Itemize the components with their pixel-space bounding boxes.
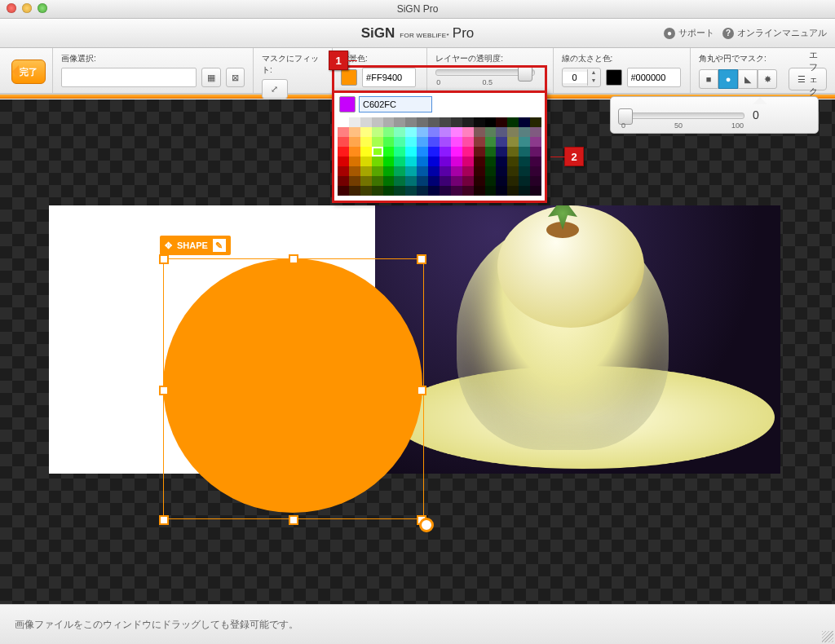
color-swatch[interactable] (485, 166, 497, 176)
color-swatch[interactable] (428, 127, 440, 137)
handle-n[interactable] (289, 254, 298, 264)
color-swatch[interactable] (417, 117, 428, 127)
color-swatch[interactable] (372, 176, 383, 186)
color-swatch[interactable] (507, 117, 519, 127)
picker-hex-input[interactable] (359, 96, 432, 112)
color-swatch[interactable] (462, 137, 474, 147)
color-swatch[interactable] (519, 157, 530, 166)
color-swatch[interactable] (405, 176, 417, 186)
color-swatch[interactable] (428, 137, 440, 147)
color-swatch[interactable] (405, 166, 417, 176)
color-swatch[interactable] (496, 137, 507, 147)
color-swatch[interactable] (530, 176, 541, 186)
color-swatch[interactable] (519, 166, 530, 176)
color-swatch[interactable] (451, 176, 462, 186)
color-swatch[interactable] (338, 127, 349, 137)
manual-link[interactable]: ? オンラインマニュアル (722, 27, 827, 39)
color-swatch[interactable] (451, 186, 462, 196)
handle-nw[interactable] (159, 254, 169, 264)
color-swatch[interactable] (474, 117, 485, 127)
color-swatch[interactable] (405, 186, 417, 196)
color-swatch[interactable] (462, 166, 474, 176)
bgcolor-input[interactable] (362, 68, 416, 87)
color-swatch[interactable] (428, 176, 440, 186)
color-swatch[interactable] (496, 157, 507, 166)
color-swatch[interactable] (440, 157, 451, 166)
color-swatch[interactable] (338, 137, 349, 147)
color-swatch[interactable] (474, 166, 485, 176)
color-swatch[interactable] (394, 176, 405, 186)
color-swatch[interactable] (372, 137, 383, 147)
color-swatch[interactable] (428, 117, 440, 127)
color-swatch[interactable] (507, 186, 519, 196)
color-swatch[interactable] (360, 176, 372, 186)
stroke-color-input[interactable] (627, 68, 681, 87)
color-swatch[interactable] (496, 127, 507, 137)
done-button[interactable]: 完了 (11, 60, 46, 84)
color-swatch[interactable] (417, 137, 428, 147)
color-swatch[interactable] (372, 147, 383, 157)
color-swatch[interactable] (451, 127, 462, 137)
color-swatch[interactable] (349, 176, 360, 186)
color-swatch[interactable] (507, 147, 519, 157)
color-swatch[interactable] (485, 147, 497, 157)
color-swatch[interactable] (496, 117, 507, 127)
color-swatch[interactable] (349, 147, 360, 157)
color-swatch[interactable] (383, 186, 395, 196)
color-swatch[interactable] (383, 127, 395, 137)
color-swatch[interactable] (485, 157, 497, 166)
color-swatch[interactable] (507, 137, 519, 147)
color-swatch[interactable] (338, 117, 349, 127)
color-swatch[interactable] (405, 137, 417, 147)
color-swatch[interactable] (462, 157, 474, 166)
color-swatch[interactable] (474, 137, 485, 147)
support-link[interactable]: ● サポート (664, 27, 714, 39)
color-swatch[interactable] (394, 137, 405, 147)
color-swatch[interactable] (405, 147, 417, 157)
minimize-icon[interactable] (22, 3, 32, 13)
color-swatch[interactable] (451, 117, 462, 127)
handle-w[interactable] (159, 386, 169, 395)
color-swatch[interactable] (383, 176, 395, 186)
stroke-width-input[interactable] (563, 72, 587, 83)
color-swatch[interactable] (417, 166, 428, 176)
corner-slider[interactable]: 0 50 100 (621, 112, 744, 119)
image-select-input[interactable] (61, 68, 197, 87)
color-swatch[interactable] (530, 157, 541, 166)
color-swatch[interactable] (417, 186, 428, 196)
handle-e[interactable] (417, 386, 426, 395)
color-swatch[interactable] (507, 166, 519, 176)
pick-image-icon[interactable]: ▦ (201, 68, 220, 87)
color-swatch[interactable] (474, 157, 485, 166)
color-swatch[interactable] (394, 186, 405, 196)
color-swatch[interactable] (417, 127, 428, 137)
color-swatch[interactable] (519, 186, 530, 196)
shape-tag[interactable]: ✥ SHAPE ✎ (160, 236, 231, 255)
handle-s[interactable] (289, 515, 298, 525)
color-swatch[interactable] (440, 127, 451, 137)
color-swatch[interactable] (474, 186, 485, 196)
color-swatch[interactable] (428, 186, 440, 196)
color-swatch[interactable] (383, 166, 395, 176)
color-swatch[interactable] (417, 157, 428, 166)
color-swatch[interactable] (349, 137, 360, 147)
color-swatch[interactable] (428, 147, 440, 157)
stepper-arrows-icon[interactable]: ▲▼ (587, 69, 600, 86)
color-swatch[interactable] (428, 166, 440, 176)
color-swatch[interactable] (507, 157, 519, 166)
color-swatch[interactable] (394, 127, 405, 137)
color-swatch[interactable] (349, 157, 360, 166)
stroke-width-stepper[interactable]: ▲▼ (562, 68, 601, 87)
color-swatch[interactable] (349, 166, 360, 176)
color-swatch[interactable] (530, 186, 541, 196)
mask-triangle-icon[interactable]: ◣ (738, 69, 758, 89)
color-swatch[interactable] (530, 147, 541, 157)
color-swatch[interactable] (519, 176, 530, 186)
color-swatch[interactable] (372, 127, 383, 137)
color-swatch[interactable] (394, 147, 405, 157)
color-swatch[interactable] (372, 157, 383, 166)
color-swatch[interactable] (360, 137, 372, 147)
color-swatch[interactable] (383, 137, 395, 147)
color-swatch[interactable] (519, 137, 530, 147)
color-swatch[interactable] (417, 176, 428, 186)
